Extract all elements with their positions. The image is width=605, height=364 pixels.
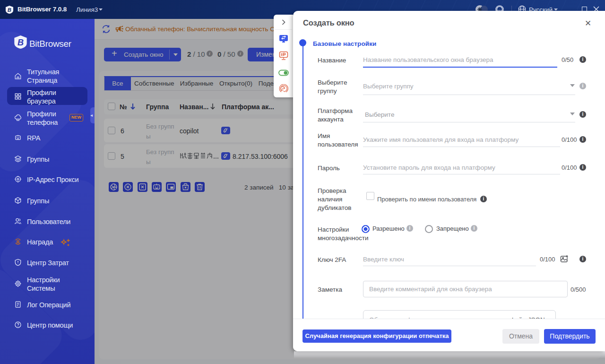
svg-text:B: B [17, 38, 24, 47]
svg-text:B: B [8, 7, 11, 13]
